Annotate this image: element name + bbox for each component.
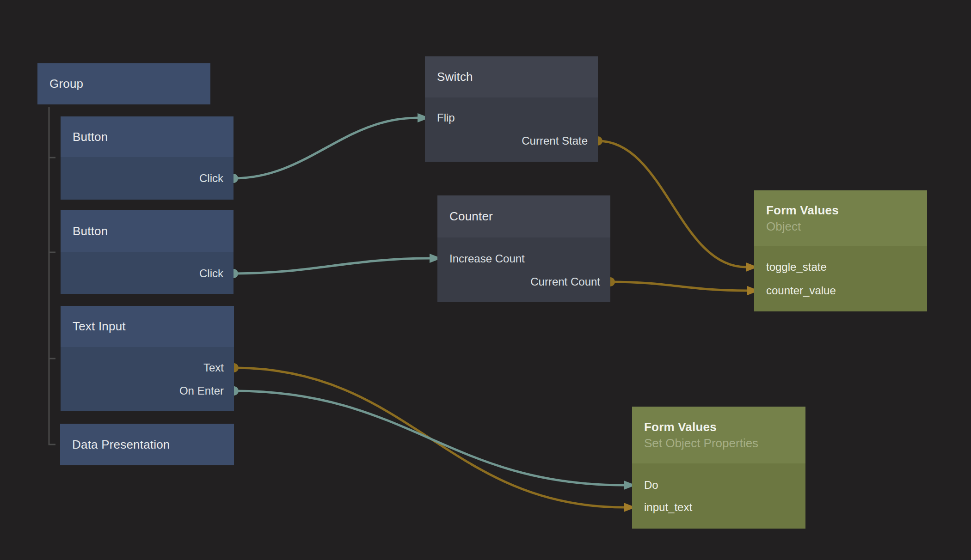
edge-button1-click-to-switch-flip[interactable] [234,118,418,178]
node-text-input-header: Text Input [61,306,234,347]
group-tree-line [49,107,55,444]
port-label-button1-click[interactable]: Click [199,172,223,185]
edge-textinput-onenter-to-do[interactable] [234,391,624,485]
node-form-values-object-header: Form Values Object [754,190,927,246]
node-counter[interactable]: Counter Increase Count Current Count [437,195,610,302]
port-label-counter-currentcount[interactable]: Current Count [530,275,600,288]
node-editor-canvas[interactable]: Group Button Click Button Click Text Inp… [0,0,971,560]
port-label-toggle-state[interactable]: toggle_state [766,261,827,274]
node-switch-header: Switch [425,56,598,97]
edge-counter-count-to-counter-value[interactable] [610,282,747,291]
node-subtitle: Object [766,219,927,235]
node-title: Form Values [644,419,805,435]
port-label-do[interactable]: Do [644,479,658,492]
node-title: Text Input [73,318,234,335]
edge-button2-click-to-counter-increase[interactable] [234,258,430,274]
port-label-input-text[interactable]: input_text [644,501,692,514]
node-form-values-set-header: Form Values Set Object Properties [632,407,805,463]
node-title: Counter [449,208,610,225]
port-label-textinput-onenter[interactable]: On Enter [179,384,224,397]
node-form-values-object[interactable]: Form Values Object toggle_state counter_… [754,190,927,311]
node-title: Data Presentation [72,437,234,453]
node-text-input[interactable]: Text Input Text On Enter [61,306,234,411]
node-group[interactable]: Group [37,63,210,104]
node-button2[interactable]: Button Click [61,210,234,294]
node-title: Button [73,223,234,239]
node-title: Button [73,129,234,145]
port-label-counter-increase[interactable]: Increase Count [449,252,525,265]
node-counter-header: Counter [437,195,610,237]
port-label-button2-click[interactable]: Click [199,267,223,280]
port-label-switch-currentstate[interactable]: Current State [522,134,588,147]
port-label-switch-flip[interactable]: Flip [437,111,455,124]
node-form-values-set[interactable]: Form Values Set Object Properties Do inp… [632,407,805,529]
node-subtitle: Set Object Properties [644,435,805,451]
node-switch[interactable]: Switch Flip Current State [425,56,598,162]
node-title: Switch [437,69,598,85]
port-label-counter-value[interactable]: counter_value [766,284,836,297]
node-title: Group [49,76,210,92]
node-data-presentation-header: Data Presentation [60,424,234,465]
node-title: Form Values [766,202,927,219]
edge-switch-state-to-toggle-state[interactable] [598,141,746,267]
node-button2-header: Button [61,210,234,252]
node-button1-header: Button [61,116,234,157]
node-data-presentation[interactable]: Data Presentation [60,424,234,465]
port-label-textinput-text[interactable]: Text [203,361,224,374]
node-group-header: Group [37,63,210,104]
node-button1[interactable]: Button Click [61,116,234,200]
